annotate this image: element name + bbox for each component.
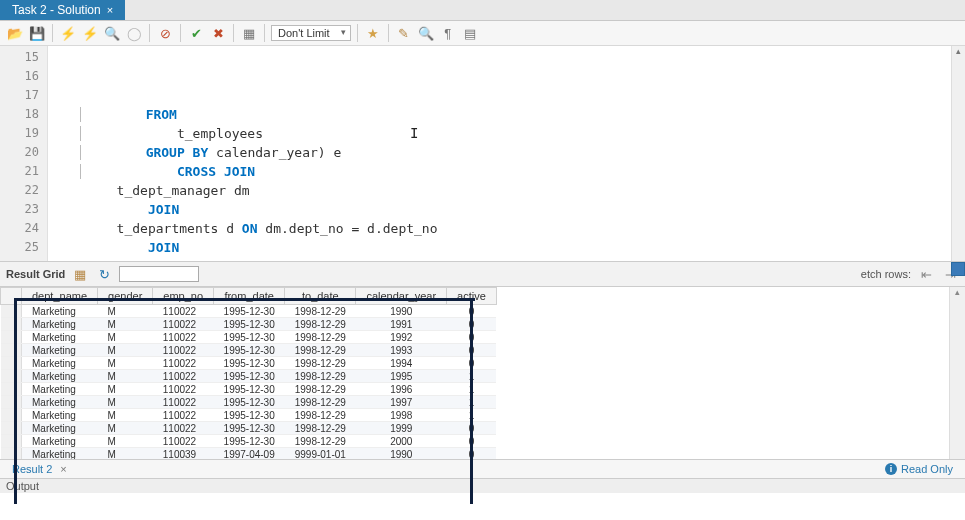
rollback-icon[interactable]: ✖ (209, 24, 227, 42)
col-calendar_year[interactable]: calendar_year (356, 288, 447, 305)
code-area[interactable]: 𝙸 FROM t_employees GROUP BY calendar_yea… (48, 46, 951, 261)
grid-scrollbar[interactable] (949, 287, 965, 459)
query-toolbar: 📂 💾 ⚡ ⚡ 🔍 ◯ ⊘ ✔ ✖ ▦ Don't Limit ★ ✎ 🔍 ¶ … (0, 21, 965, 46)
grid-view-icon[interactable]: ▦ (71, 265, 89, 283)
fetch-rows-label: etch rows: (861, 268, 911, 280)
info-icon: i (885, 463, 897, 475)
panel-collapse-icon[interactable] (951, 262, 965, 276)
autocommit-icon[interactable]: ▦ (240, 24, 258, 42)
execute-step-icon[interactable]: ⚡ (81, 24, 99, 42)
text-cursor-icon: 𝙸 (410, 124, 418, 143)
commit-icon[interactable]: ✔ (187, 24, 205, 42)
result-tabs: Result 2 × i Read Only (0, 459, 965, 478)
find-icon[interactable]: 🔍 (417, 24, 435, 42)
col-active[interactable]: active (447, 288, 497, 305)
limit-dropdown[interactable]: Don't Limit (271, 25, 351, 41)
table-row[interactable]: MarketingM1100391997-04-099999-01-011990… (1, 448, 497, 460)
tab-label: Task 2 - Solution (12, 3, 101, 17)
table-row[interactable]: MarketingM1100221995-12-301998-12-291990… (1, 305, 497, 318)
table-row[interactable]: MarketingM1100221995-12-301998-12-291997… (1, 396, 497, 409)
execute-icon[interactable]: ⚡ (59, 24, 77, 42)
table-row[interactable]: MarketingM1100221995-12-301998-12-291994… (1, 357, 497, 370)
refresh-icon[interactable]: ↻ (95, 265, 113, 283)
commit-off-icon[interactable]: ⊘ (156, 24, 174, 42)
fetch-prev-icon[interactable]: ⇤ (917, 265, 935, 283)
code-editor[interactable]: 1516171819202122232425 𝙸 FROM t_employee… (0, 46, 965, 261)
table-row[interactable]: MarketingM1100221995-12-301998-12-291992… (1, 331, 497, 344)
table-row[interactable]: MarketingM1100221995-12-301998-12-291993… (1, 344, 497, 357)
col-from_date[interactable]: from_date (214, 288, 285, 305)
table-row[interactable]: MarketingM1100221995-12-301998-12-292000… (1, 435, 497, 448)
open-icon[interactable]: 📂 (6, 24, 24, 42)
stop-icon[interactable]: ◯ (125, 24, 143, 42)
save-icon[interactable]: 💾 (28, 24, 46, 42)
tab-task2[interactable]: Task 2 - Solution × (0, 0, 125, 20)
table-row[interactable]: MarketingM1100221995-12-301998-12-291999… (1, 422, 497, 435)
result-grid-wrap: dept_namegenderemp_nofrom_dateto_datecal… (0, 287, 965, 459)
editor-tab-bar: Task 2 - Solution × (0, 0, 965, 21)
snippets-icon[interactable]: ▤ (461, 24, 479, 42)
result-grid[interactable]: dept_namegenderemp_nofrom_dateto_datecal… (0, 287, 497, 459)
brush-icon[interactable]: ✎ (395, 24, 413, 42)
col-to_date[interactable]: to_date (285, 288, 356, 305)
table-row[interactable]: MarketingM1100221995-12-301998-12-291995… (1, 370, 497, 383)
editor-scrollbar[interactable] (951, 46, 965, 261)
col-gender[interactable]: gender (98, 288, 153, 305)
col-dept_name[interactable]: dept_name (22, 288, 98, 305)
output-panel-header[interactable]: Output (0, 478, 965, 493)
result-tab-close-icon[interactable]: × (60, 463, 66, 475)
result-panel-toolbar: Result Grid ▦ ↻ etch rows: ⇤ ⇥ (0, 261, 965, 287)
result-grid-label: Result Grid (6, 268, 65, 280)
beautify-icon[interactable]: ★ (364, 24, 382, 42)
explain-icon[interactable]: 🔍 (103, 24, 121, 42)
line-gutter: 1516171819202122232425 (0, 46, 48, 261)
col-emp_no[interactable]: emp_no (153, 288, 214, 305)
filter-input[interactable] (119, 266, 199, 282)
tab-close-icon[interactable]: × (107, 4, 113, 16)
table-row[interactable]: MarketingM1100221995-12-301998-12-291996… (1, 383, 497, 396)
table-row[interactable]: MarketingM1100221995-12-301998-12-291991… (1, 318, 497, 331)
table-row[interactable]: MarketingM1100221995-12-301998-12-291998… (1, 409, 497, 422)
result-tab-2[interactable]: Result 2 (6, 462, 58, 476)
read-only-indicator: i Read Only (885, 463, 953, 475)
wrap-icon[interactable]: ¶ (439, 24, 457, 42)
